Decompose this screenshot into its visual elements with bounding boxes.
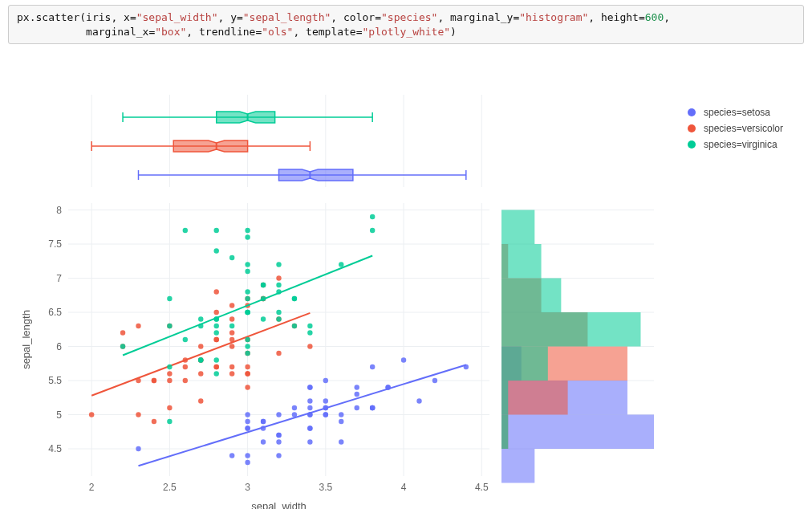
scatter-point[interactable] (167, 364, 172, 369)
histogram-bar[interactable] (501, 347, 548, 381)
legend-item-setosa[interactable]: species=setosa (688, 107, 783, 118)
histogram-bar[interactable] (501, 381, 568, 415)
scatter-point[interactable] (214, 337, 219, 342)
scatter-point[interactable] (307, 385, 312, 389)
scatter-point[interactable] (167, 378, 172, 383)
scatter-point[interactable] (229, 324, 234, 328)
scatter-point[interactable] (198, 316, 203, 321)
scatter-point[interactable] (416, 398, 421, 403)
scatter-point[interactable] (355, 405, 359, 410)
scatter-point[interactable] (229, 316, 234, 321)
scatter-point[interactable] (214, 357, 219, 362)
scatter-point[interactable] (229, 344, 234, 348)
scatter-point[interactable] (214, 289, 219, 294)
scatter-point[interactable] (292, 324, 297, 328)
scatter-point[interactable] (276, 412, 281, 417)
legend[interactable]: species=setosaspecies=versicolorspecies=… (688, 107, 783, 155)
scatter-point[interactable] (339, 412, 343, 417)
histogram-bar[interactable] (501, 381, 508, 415)
scatter-point[interactable] (167, 324, 172, 328)
histogram-bar[interactable] (501, 415, 654, 450)
scatter-point[interactable] (261, 439, 266, 444)
scatter-point[interactable] (339, 439, 343, 444)
scatter-point[interactable] (229, 255, 234, 260)
scatter-point[interactable] (355, 392, 359, 397)
histogram-bar[interactable] (501, 449, 534, 483)
scatter-point[interactable] (323, 412, 328, 417)
scatter-point[interactable] (245, 371, 250, 376)
scatter-point[interactable] (370, 228, 375, 233)
scatter-point[interactable] (229, 330, 234, 335)
scatter-point[interactable] (167, 371, 172, 376)
scatter-point[interactable] (89, 412, 94, 417)
scatter-point[interactable] (339, 262, 343, 267)
scatter-point[interactable] (245, 296, 250, 301)
scatter-point[interactable] (292, 405, 297, 410)
scatter-point[interactable] (136, 446, 140, 451)
legend-item-versicolor[interactable]: species=versicolor (688, 123, 783, 134)
scatter-point[interactable] (214, 248, 219, 253)
scatter-point[interactable] (245, 453, 250, 458)
scatter-point[interactable] (245, 337, 250, 342)
scatter-point[interactable] (401, 357, 406, 362)
scatter-point[interactable] (167, 296, 172, 301)
scatter-point[interactable] (245, 234, 250, 239)
histogram-bar[interactable] (501, 244, 542, 279)
scatter-point[interactable] (152, 419, 156, 424)
boxplot-virginica[interactable] (217, 112, 275, 123)
scatter-point[interactable] (229, 303, 234, 307)
scatter-point[interactable] (167, 405, 172, 410)
scatter-point[interactable] (276, 275, 281, 280)
scatter-point[interactable] (183, 364, 188, 369)
scatter-point[interactable] (370, 405, 375, 410)
scatter-point[interactable] (276, 433, 281, 438)
scatter-point[interactable] (245, 269, 250, 274)
scatter-point[interactable] (355, 385, 359, 389)
boxplot-versicolor[interactable] (173, 140, 247, 152)
scatter-point[interactable] (245, 460, 250, 465)
scatter-point[interactable] (323, 398, 328, 403)
scatter-point[interactable] (214, 330, 219, 335)
histogram-bar[interactable] (501, 279, 561, 313)
scatter-point[interactable] (276, 351, 281, 356)
scatter-point[interactable] (307, 439, 312, 444)
scatter-point[interactable] (276, 453, 281, 458)
scatter-point[interactable] (198, 357, 203, 362)
code-cell[interactable]: px.scatter(iris, x="sepal_width", y="sep… (8, 5, 804, 44)
scatter-point[interactable] (245, 412, 250, 417)
scatter-point[interactable] (245, 385, 250, 389)
scatter-point[interactable] (214, 324, 219, 328)
scatter-point[interactable] (198, 344, 203, 348)
scatter-point[interactable] (152, 378, 156, 383)
scatter-point[interactable] (136, 324, 140, 328)
scatter-point[interactable] (214, 228, 219, 233)
scatter-point[interactable] (214, 364, 219, 369)
histogram-bar[interactable] (501, 415, 508, 450)
scatter-point[interactable] (432, 378, 437, 383)
scatter-point[interactable] (307, 426, 312, 430)
scatter-point[interactable] (183, 378, 188, 383)
scatter-point[interactable] (183, 337, 188, 342)
scatter-point[interactable] (136, 412, 140, 417)
scatter-point[interactable] (167, 419, 172, 424)
scatter-point[interactable] (307, 405, 312, 410)
histogram-bar[interactable] (501, 210, 534, 245)
scatter-point[interactable] (276, 316, 281, 321)
scatter-point[interactable] (229, 364, 234, 369)
scatter-point[interactable] (323, 378, 328, 383)
scatter-point[interactable] (276, 310, 281, 315)
scatter-point[interactable] (245, 351, 250, 356)
scatter-point[interactable] (261, 316, 266, 321)
scatter-point[interactable] (198, 398, 203, 403)
scatter-point[interactable] (229, 371, 234, 376)
scatter-point[interactable] (307, 398, 312, 403)
scatter-point[interactable] (370, 364, 375, 369)
scatter-point[interactable] (245, 419, 250, 424)
scatter-point[interactable] (276, 262, 281, 267)
scatter-point[interactable] (198, 371, 203, 376)
scatter-point[interactable] (339, 419, 343, 424)
scatter-point[interactable] (370, 214, 375, 219)
scatter-point[interactable] (245, 364, 250, 369)
scatter-point[interactable] (245, 262, 250, 267)
scatter-point[interactable] (292, 296, 297, 301)
